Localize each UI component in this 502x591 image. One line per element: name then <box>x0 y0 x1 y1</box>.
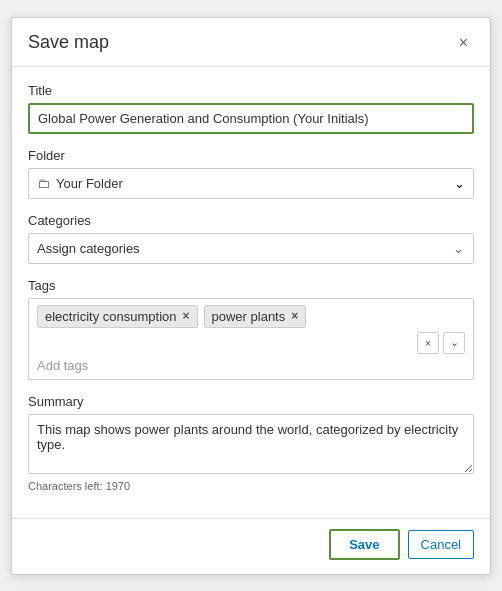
tags-label: Tags <box>28 278 474 293</box>
categories-label: Categories <box>28 213 474 228</box>
tag-remove-electricity[interactable]: × <box>183 309 190 323</box>
dialog-title: Save map <box>28 32 109 53</box>
chevron-down-icon: ⌄ <box>454 176 465 191</box>
save-map-dialog: Save map × Title Folder 🗀 Your Folder ⌄ … <box>11 17 491 575</box>
summary-label: Summary <box>28 394 474 409</box>
tags-expand-button[interactable]: ⌄ <box>443 332 465 354</box>
chars-left: Characters left: 1970 <box>28 480 474 492</box>
tags-container: electricity consumption × power plants ×… <box>28 298 474 380</box>
tags-clear-button[interactable]: × <box>417 332 439 354</box>
folder-label: Folder <box>28 148 474 163</box>
tag-text: electricity consumption <box>45 309 177 324</box>
add-tags-input[interactable]: Add tags <box>37 356 465 375</box>
categories-select[interactable]: Assign categories <box>28 233 474 264</box>
summary-field-group: Summary This map shows power plants arou… <box>28 394 474 492</box>
dialog-header: Save map × <box>12 18 490 67</box>
summary-textarea[interactable]: This map shows power plants around the w… <box>28 414 474 474</box>
cancel-button[interactable]: Cancel <box>408 530 474 559</box>
folder-field-group: Folder 🗀 Your Folder ⌄ <box>28 148 474 199</box>
dialog-body: Title Folder 🗀 Your Folder ⌄ Categories … <box>12 67 490 518</box>
tags-actions: × ⌄ <box>37 332 465 354</box>
save-button[interactable]: Save <box>329 529 399 560</box>
categories-wrapper: Assign categories ⌄ <box>28 233 474 264</box>
tag-text: power plants <box>212 309 286 324</box>
folder-dropdown[interactable]: 🗀 Your Folder ⌄ <box>28 168 474 199</box>
title-input[interactable] <box>28 103 474 134</box>
categories-field-group: Categories Assign categories ⌄ <box>28 213 474 264</box>
folder-icon: 🗀 <box>37 176 50 191</box>
tag-power-plants: power plants × <box>204 305 307 328</box>
tags-field-group: Tags electricity consumption × power pla… <box>28 278 474 380</box>
title-field-group: Title <box>28 83 474 134</box>
tag-electricity-consumption: electricity consumption × <box>37 305 198 328</box>
dialog-footer: Save Cancel <box>12 519 490 574</box>
close-button[interactable]: × <box>453 32 474 54</box>
folder-value: Your Folder <box>56 176 454 191</box>
tag-remove-power-plants[interactable]: × <box>291 309 298 323</box>
title-label: Title <box>28 83 474 98</box>
tags-row: electricity consumption × power plants × <box>37 305 465 328</box>
